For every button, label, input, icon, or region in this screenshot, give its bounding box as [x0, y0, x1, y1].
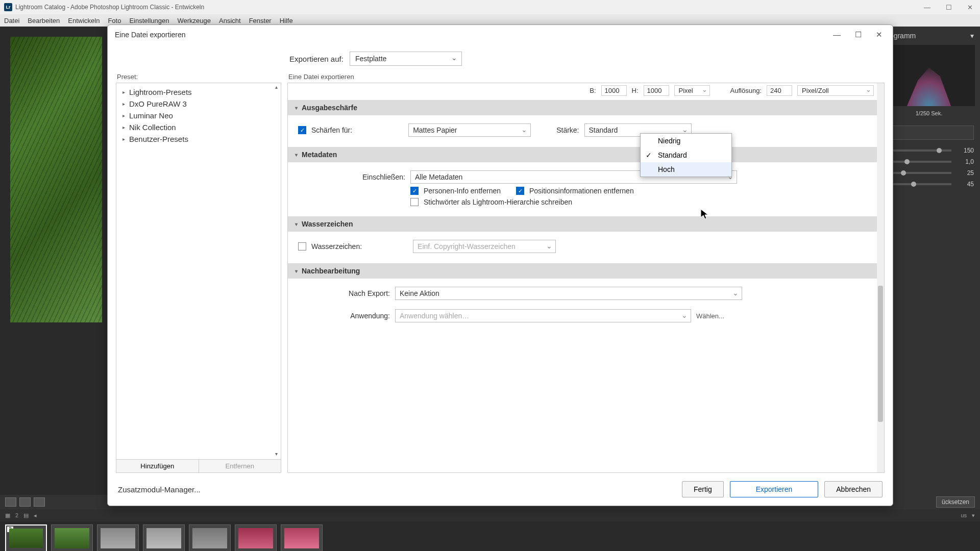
filmstrip-nav: ▦ 2 ▤ ◂ us ▾ — [0, 509, 980, 521]
preset-remove-button[interactable]: Entfernen — [199, 460, 281, 472]
nav-menu-tail: us — [961, 512, 967, 518]
thumbnail[interactable] — [143, 524, 185, 551]
section-watermark-header[interactable]: ▾ Wasserzeichen — [288, 216, 884, 232]
dialog-maximize-button[interactable]: ☐ — [852, 29, 865, 40]
preset-item[interactable]: ▸DxO PureRAW 3 — [116, 98, 281, 110]
app-icon: Lr — [4, 3, 12, 11]
plugin-manager-button[interactable]: Zusatzmodul-Manager... — [118, 485, 201, 494]
size-unit-select[interactable]: Pixel — [674, 85, 710, 96]
menu-einstellungen[interactable]: Einstellungen — [129, 17, 169, 24]
scroll-down-icon[interactable]: ▾ — [273, 451, 280, 458]
app-title: Lightroom Catalog - Adobe Photoshop Ligh… — [15, 4, 204, 11]
watermark-select[interactable]: Einf. Copyright-Wasserzeichen — [413, 240, 556, 253]
choose-application-button[interactable]: Wählen... — [696, 312, 724, 320]
settings-scroll: B: 1000 H: 1000 Pixel Auflösung: 240 Pix… — [287, 83, 885, 473]
photo-preview — [10, 37, 102, 322]
resolution-input[interactable]: 240 — [767, 85, 792, 96]
triangle-down-icon: ▾ — [295, 152, 298, 158]
panel-box — [884, 126, 974, 140]
slider-row[interactable]: 1,0 — [878, 156, 980, 167]
thumbnail[interactable] — [189, 524, 231, 551]
export-dialog: Eine Datei exportieren — ☐ ✕ Exportieren… — [107, 24, 893, 506]
resolution-unit-select[interactable]: Pixel/Zoll — [797, 85, 874, 96]
keywords-hierarchy-label: Stichwörter als Lightroom-Hierarchie sch… — [424, 198, 572, 206]
menu-werkzeuge[interactable]: Werkzeuge — [177, 17, 211, 24]
dialog-minimize-button[interactable]: — — [830, 29, 844, 40]
preset-item[interactable]: ▸Nik Collection — [116, 121, 281, 133]
nav-grid2-icon[interactable]: ▤ — [23, 512, 29, 519]
triangle-down-icon: ▾ — [295, 221, 298, 227]
thumbnail[interactable] — [235, 524, 277, 551]
preset-add-button[interactable]: Hinzufügen — [116, 460, 199, 472]
preset-label: Preset: — [116, 71, 281, 83]
sharpen-target-select[interactable]: Mattes Papier — [408, 123, 531, 137]
close-button[interactable]: ✕ — [964, 3, 976, 12]
export-button[interactable]: Exportieren — [730, 481, 819, 497]
menu-datei[interactable]: Datei — [4, 17, 19, 24]
slider-row[interactable]: 45 — [878, 179, 980, 190]
section-sharpen-header[interactable]: ▾ Ausgabeschärfe — [288, 100, 884, 115]
dialog-close-button[interactable]: ✕ — [873, 29, 886, 40]
menu-hilfe[interactable]: Hilfe — [280, 17, 293, 24]
section-metadata-header[interactable]: ▾ Metadaten — [288, 147, 884, 162]
thumbnail[interactable] — [281, 524, 323, 551]
slider-row[interactable]: 25 — [878, 167, 980, 179]
thumbnail[interactable]: 2 — [5, 524, 47, 551]
menu-foto[interactable]: Foto — [108, 17, 121, 24]
strength-option-standard[interactable]: Standard — [641, 148, 731, 162]
remove-person-checkbox[interactable] — [410, 187, 419, 195]
maximize-button[interactable]: ☐ — [943, 3, 955, 12]
done-button[interactable]: Fertig — [682, 481, 724, 497]
slider-row[interactable]: 150 — [878, 145, 980, 156]
preset-item[interactable]: ▸Lightroom-Presets — [116, 86, 281, 98]
application-select[interactable]: Anwendung wählen… — [395, 309, 691, 322]
remove-person-label: Personen-Info entfernen — [424, 187, 501, 195]
view-compare-button[interactable] — [19, 497, 31, 507]
sharpen-checkbox[interactable] — [298, 126, 306, 134]
minimize-button[interactable]: — — [921, 3, 934, 12]
settings-scrollbar[interactable] — [877, 83, 884, 472]
nav-prev-icon[interactable]: ◂ — [34, 512, 37, 519]
remove-position-label: Positionsinformationen entfernen — [529, 187, 634, 195]
watermark-checkbox[interactable] — [298, 242, 306, 251]
cancel-button[interactable]: Abbrechen — [824, 481, 883, 497]
preset-item[interactable]: ▸Benutzer-Presets — [116, 133, 281, 145]
remove-position-checkbox[interactable] — [516, 187, 524, 195]
export-to-select[interactable]: Festplatte — [350, 52, 462, 66]
triangle-right-icon: ▸ — [122, 101, 125, 107]
right-panel: stogramm ▾ 1/250 Sek. 150 1,0 25 45 — [878, 27, 980, 520]
sharpen-for-label: Schärfen für: — [311, 126, 352, 134]
menu-fenster[interactable]: Fenster — [249, 17, 272, 24]
nav-count: 2 — [15, 512, 18, 518]
menu-entwickeln[interactable]: Entwickeln — [68, 17, 100, 24]
thumbnail[interactable] — [51, 524, 93, 551]
resolution-label: Auflösung: — [730, 87, 762, 94]
filmstrip: 2 — [0, 521, 980, 551]
preset-list: ▴ ▸Lightroom-Presets ▸DxO PureRAW 3 ▸Lum… — [116, 83, 281, 460]
preset-item[interactable]: ▸Luminar Neo — [116, 110, 281, 121]
width-input[interactable]: 1000 — [601, 85, 627, 96]
include-label: Einschließen: — [298, 173, 405, 181]
triangle-down-icon: ▾ — [295, 105, 298, 111]
strength-option-low[interactable]: Niedrig — [641, 134, 731, 148]
grid-icon[interactable]: ▦ — [5, 512, 10, 519]
thumbnail[interactable] — [97, 524, 139, 551]
menu-bearbeiten[interactable]: Bearbeiten — [28, 17, 60, 24]
width-label: B: — [590, 87, 596, 94]
nav-menu-chevron-icon[interactable]: ▾ — [972, 512, 975, 519]
strength-label: Stärke: — [556, 126, 579, 134]
menu-ansicht[interactable]: Ansicht — [219, 17, 241, 24]
height-input[interactable]: 1000 — [644, 85, 669, 96]
export-to-label: Exportieren auf: — [289, 55, 344, 63]
keywords-hierarchy-checkbox[interactable] — [410, 198, 419, 206]
after-export-select[interactable]: Keine Aktion — [395, 287, 742, 300]
dialog-titlebar: Eine Datei exportieren — ☐ ✕ — [108, 25, 893, 44]
view-survey-button[interactable] — [34, 497, 45, 507]
section-post-header[interactable]: ▾ Nachbearbeitung — [288, 263, 884, 279]
reset-button[interactable]: ücksetzen — [936, 496, 975, 508]
chevron-down-icon[interactable]: ▾ — [970, 32, 974, 40]
strength-option-high[interactable]: Hoch — [641, 162, 731, 177]
height-label: H: — [632, 87, 639, 94]
scroll-up-icon[interactable]: ▴ — [273, 84, 280, 91]
view-loupe-button[interactable] — [5, 497, 16, 507]
